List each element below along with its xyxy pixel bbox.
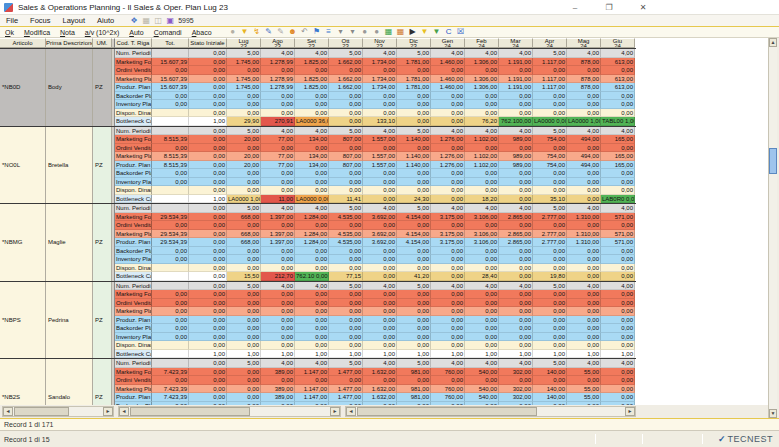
h-scrollbar-middle[interactable]: ◄ ► [118,406,341,417]
month-cell[interactable]: 0,00 [397,117,431,126]
month-cell[interactable]: 0,00 [499,144,533,153]
menu-layout[interactable]: Layout [57,16,92,25]
month-cell[interactable]: 0,00 [397,307,431,316]
month-cell[interactable]: 1.632,00 [363,393,397,402]
month-cell[interactable]: 0,00 [329,376,363,385]
month-cell[interactable]: 0,00 [397,299,431,308]
tot-cell[interactable]: 0,00 [152,92,189,101]
stato-cell[interactable]: 1,00 [189,117,227,126]
month-cell[interactable]: 0,00 [533,402,567,406]
month-cell[interactable]: 4,00 [601,282,635,291]
lock-circle-icon-2[interactable]: ● [371,27,383,37]
month-cell[interactable]: 0,00 [363,272,397,281]
month-cell[interactable]: 0,00 [431,341,465,350]
month-cell[interactable]: 0,00 [431,290,465,299]
c-letter-icon[interactable]: C [443,27,455,37]
month-cell[interactable]: 0,00 [363,100,397,109]
undo-icon[interactable]: ↶ [299,27,311,37]
month-cell[interactable]: 1.662,00 [329,83,363,92]
month-cell[interactable]: 1,00 [533,350,567,359]
month-cell[interactable]: 1.140,00 [397,161,431,170]
month-cell[interactable]: 760,00 [431,368,465,377]
month-cell[interactable]: 0,00 [329,341,363,350]
stato-cell[interactable]: 0,00 [189,66,227,75]
header-descrizione[interactable]: Prima Descrizione [46,38,93,48]
month-cell[interactable]: 0,00 [261,66,295,75]
month-cell[interactable]: 302,00 [499,393,533,402]
month-cell[interactable]: 0,00 [397,324,431,333]
month-cell[interactable]: 1.306,00 [465,58,499,67]
month-cell[interactable]: 4,00 [295,127,329,136]
month-cell[interactable]: 1.557,00 [363,135,397,144]
month-cell[interactable]: 0,00 [533,66,567,75]
month-cell[interactable]: 0,00 [567,299,601,308]
descrizione-cell[interactable]: Maglie [46,204,93,281]
month-cell[interactable]: 0,00 [261,221,295,230]
month-cell[interactable]: 0,00 [227,247,261,256]
month-cell[interactable]: 389,00 [261,368,295,377]
month-cell[interactable]: 0,00 [431,307,465,316]
month-cell[interactable]: 0,00 [601,299,635,308]
month-cell[interactable]: 0,00 [499,221,533,230]
toolbar-button-nota[interactable]: Nota [55,29,80,36]
tot-cell[interactable]: 8.515,39 [152,161,189,170]
month-cell[interactable]: 0,00 [227,169,261,178]
month-cell[interactable]: 0,00 [533,264,567,273]
month-cell[interactable]: 0,00 [363,307,397,316]
month-cell[interactable]: 0,00 [227,290,261,299]
month-cell[interactable]: 0,00 [499,169,533,178]
month-cell[interactable]: 0,00 [397,247,431,256]
month-cell[interactable]: 1.276,00 [431,135,465,144]
month-cell[interactable]: 494,00 [567,135,601,144]
month-cell[interactable]: 0,00 [261,178,295,187]
tot-cell[interactable] [152,350,189,359]
toolbar-button-ok[interactable]: Ok [0,29,19,36]
month-cell[interactable]: 0,00 [397,341,431,350]
v-scrollbar[interactable]: ▲ ▼ [768,38,777,418]
month-cell[interactable]: 807,00 [329,135,363,144]
lightning-icon[interactable]: ↯ [251,27,263,37]
month-cell[interactable]: LAB0R0 0,00 [601,195,635,204]
tot-cell[interactable] [152,195,189,204]
month-cell[interactable]: 0,00 [227,186,261,195]
month-cell[interactable]: 1.310,00 [567,238,601,247]
month-cell[interactable]: 0,00 [329,255,363,264]
month-cell[interactable]: 1.278,99 [261,83,295,92]
month-cell[interactable]: 613,00 [601,58,635,67]
month-cell[interactable]: 0,00 [499,299,533,308]
month-cell[interactable]: 0,00 [499,178,533,187]
month-cell[interactable]: 0,00 [397,255,431,264]
month-cell[interactable]: 0,00 [499,290,533,299]
month-cell[interactable]: 1.397,00 [261,213,295,222]
month-cell[interactable]: 0,00 [533,299,567,308]
month-cell[interactable]: 2.865,00 [499,238,533,247]
month-cell[interactable]: 0,00 [465,178,499,187]
month-cell[interactable]: 1.310,00 [567,230,601,239]
header-month-gen-24[interactable]: Gen24 [431,38,465,48]
month-cell[interactable]: 0,00 [295,324,329,333]
stato-cell[interactable]: 0,00 [189,299,227,308]
month-cell[interactable]: 0,00 [363,92,397,101]
month-cell[interactable]: 0,00 [295,178,329,187]
month-cell[interactable]: 4,00 [499,359,533,368]
month-cell[interactable]: 0,00 [329,221,363,230]
month-cell[interactable]: 989,00 [499,152,533,161]
month-cell[interactable]: 4,00 [567,282,601,291]
month-cell[interactable]: 0,00 [431,178,465,187]
h-scroll-track-2[interactable] [129,407,330,416]
tot-cell[interactable] [152,186,189,195]
toolbar-button-auto[interactable]: Auto [124,29,148,36]
month-cell[interactable]: 1.781,00 [397,58,431,67]
month-cell[interactable]: 0,00 [567,195,601,204]
month-cell[interactable]: 0,00 [465,307,499,316]
scroll-left-icon[interactable]: ◄ [119,407,129,416]
month-cell[interactable]: 2.865,00 [499,213,533,222]
header-month-set-23[interactable]: Set23 [295,38,329,48]
stato-cell[interactable]: 0,00 [189,83,227,92]
month-cell[interactable]: 0,00 [601,307,635,316]
tot-cell[interactable] [152,272,189,281]
month-cell[interactable]: 1.310,00 [567,213,601,222]
month-cell[interactable]: 4.535,00 [329,238,363,247]
month-cell[interactable]: 5,00 [533,49,567,58]
month-cell[interactable]: 0,00 [567,100,601,109]
